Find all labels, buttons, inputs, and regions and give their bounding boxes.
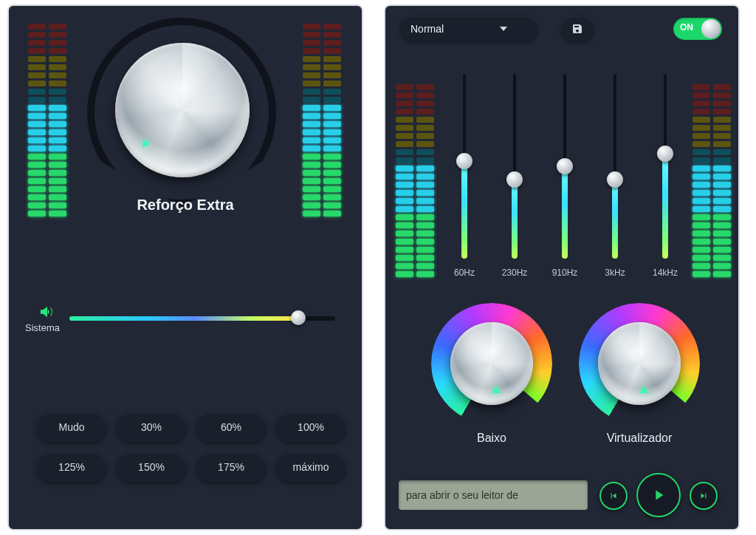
skip-next-icon — [698, 491, 709, 501]
toggle-on-label: ON — [680, 22, 693, 33]
eq-label-60hz: 60Hz — [446, 268, 483, 278]
level-meter-right — [303, 24, 344, 217]
next-track-button[interactable] — [690, 482, 718, 510]
save-preset-button[interactable] — [561, 16, 594, 41]
eq-slider-3khz[interactable] — [608, 74, 622, 259]
knob-indicator-icon — [639, 386, 648, 393]
preset-mute-button[interactable]: Mudo — [37, 412, 106, 442]
preset-100-button[interactable]: 100% — [276, 412, 346, 442]
toggle-knob-icon — [701, 19, 721, 38]
eq-label-3khz: 3kHz — [597, 268, 633, 278]
preset-max-button[interactable]: máximo — [276, 452, 346, 482]
equalizer-panel: Normal ON 60Hz 230Hz 910Hz 3kHz 1 — [384, 4, 740, 531]
bass-knob[interactable] — [450, 322, 533, 405]
virtualizer-knob-label: Virtualizador — [579, 432, 700, 445]
knob-indicator-icon — [139, 137, 150, 148]
play-button[interactable] — [636, 473, 681, 517]
eq-slider-14khz[interactable] — [659, 74, 672, 259]
preset-125-button[interactable]: 125% — [37, 452, 106, 482]
chevron-down-icon — [500, 27, 507, 31]
save-icon — [571, 23, 583, 35]
play-icon — [650, 487, 667, 503]
system-volume-slider[interactable] — [69, 315, 335, 322]
bass-knob-label: Baixo — [431, 432, 552, 445]
preset-60-button[interactable]: 60% — [196, 412, 266, 442]
boost-knob[interactable] — [115, 43, 250, 177]
volume-slider-label: Sistema — [25, 322, 60, 333]
eq-level-meter-left — [396, 84, 437, 277]
eq-label-230hz: 230Hz — [496, 268, 533, 278]
eq-slider-60hz[interactable] — [458, 74, 471, 259]
preset-150-button[interactable]: 150% — [117, 452, 186, 482]
skip-previous-icon — [608, 491, 619, 501]
volume-boost-panel: Reforço Extra Sistema Mudo 30% 60% 100% … — [7, 4, 363, 531]
equalizer-toggle[interactable]: ON — [673, 18, 722, 40]
eq-level-meter-right — [693, 84, 734, 277]
eq-label-14khz: 14kHz — [647, 268, 684, 278]
preset-30-button[interactable]: 30% — [117, 412, 186, 442]
preset-175-button[interactable]: 175% — [196, 452, 266, 482]
preset-dropdown-label: Normal — [410, 23, 444, 35]
eq-label-910hz: 910Hz — [546, 268, 583, 278]
preset-dropdown[interactable]: Normal — [400, 16, 537, 41]
level-meter-left — [28, 24, 69, 217]
volume-icon — [38, 305, 55, 322]
previous-track-button[interactable] — [599, 482, 628, 510]
slider-thumb[interactable] — [291, 310, 306, 325]
knob-indicator-icon — [492, 386, 501, 393]
now-playing-display[interactable]: para abrir o seu leitor de — [399, 480, 588, 510]
eq-slider-230hz[interactable] — [508, 74, 521, 259]
virtualizer-knob[interactable] — [598, 322, 681, 405]
eq-slider-910hz[interactable] — [558, 74, 571, 259]
now-playing-text: para abrir o seu leitor de — [406, 489, 518, 501]
